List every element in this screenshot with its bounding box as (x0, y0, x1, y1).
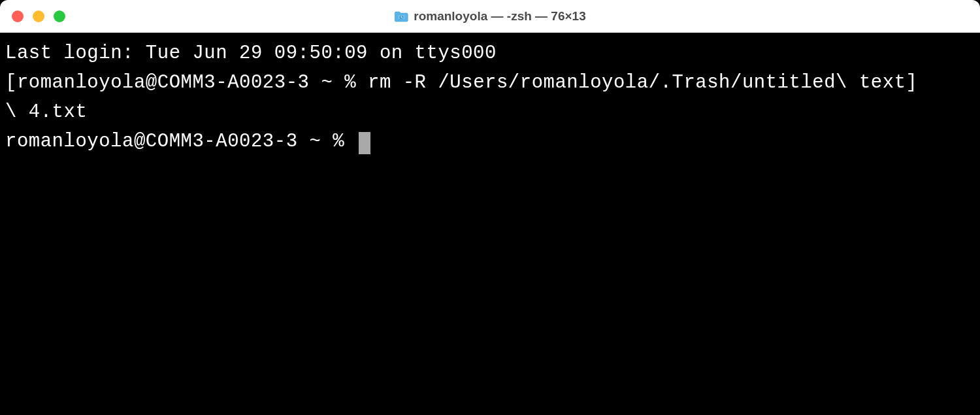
cursor (359, 132, 370, 154)
maximize-button[interactable] (54, 10, 65, 22)
terminal-output[interactable]: Last login: Tue Jun 29 09:50:09 on ttys0… (0, 33, 980, 415)
prompt-line-2: romanloyola@COMM3-A0023-3 ~ % (5, 127, 975, 157)
minimize-button[interactable] (33, 10, 44, 22)
window-title: romanloyola — -zsh — 76×13 (394, 9, 585, 24)
command-line-1-cont: \ 4.txt (5, 98, 975, 127)
titlebar: romanloyola — -zsh — 76×13 (0, 0, 980, 33)
window-controls (12, 10, 65, 22)
command-text-1: rm -R /Users/romanloyola/.Trash/untitled… (368, 72, 917, 93)
title-text: romanloyola — -zsh — 76×13 (414, 9, 585, 24)
folder-icon (394, 10, 408, 22)
prompt-2: romanloyola@COMM3-A0023-3 ~ % (5, 131, 356, 152)
terminal-window: romanloyola — -zsh — 76×13 Last login: T… (0, 0, 980, 415)
command-line-1: [romanloyola@COMM3-A0023-3 ~ % rm -R /Us… (5, 69, 975, 98)
close-button[interactable] (12, 10, 24, 22)
prompt-1: [romanloyola@COMM3-A0023-3 ~ % (5, 72, 368, 93)
last-login-line: Last login: Tue Jun 29 09:50:09 on ttys0… (5, 39, 975, 69)
